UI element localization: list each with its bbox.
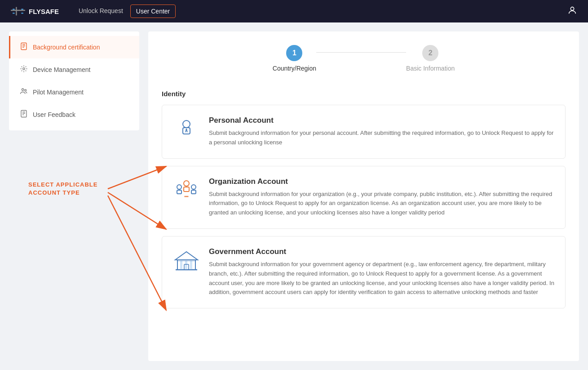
step-1: 1 Country/Region — [273, 45, 316, 72]
svg-point-13 — [25, 89, 27, 91]
org-account-info: Organization Account Submit background i… — [209, 177, 554, 218]
user-feedback-icon — [19, 110, 28, 120]
svg-marker-37 — [175, 252, 198, 260]
government-account-card[interactable]: Government Account Submit background inf… — [162, 236, 566, 308]
background-cert-icon — [19, 42, 28, 52]
org-account-desc: Submit background information for your o… — [209, 190, 554, 218]
svg-rect-0 — [11, 10, 25, 11]
svg-point-25 — [177, 185, 181, 189]
svg-point-29 — [185, 196, 186, 197]
org-account-icon-wrapper — [173, 177, 200, 202]
gov-account-desc: Submit background information for your g… — [209, 260, 554, 297]
svg-rect-34 — [185, 261, 187, 269]
identity-section-title: Identity — [162, 90, 566, 98]
main-content: 1 Country/Region 2 Basic Information Ide… — [148, 31, 579, 361]
svg-rect-35 — [190, 261, 192, 269]
step-2-circle: 2 — [422, 45, 438, 61]
step-2: 2 Basic Information — [406, 45, 455, 72]
gov-account-info: Government Account Submit background inf… — [209, 247, 554, 297]
step-2-label: Basic Information — [406, 65, 455, 72]
gov-account-icon-wrapper — [173, 247, 200, 274]
step-1-label: Country/Region — [273, 65, 316, 72]
main-nav: Unlock Request User Center — [73, 4, 567, 18]
logo-text: FLYSAFE — [29, 8, 59, 15]
svg-rect-14 — [21, 111, 27, 117]
main-header: FLYSAFE Unlock Request User Center — [0, 0, 588, 22]
sidebar-label-background-certification: Background certification — [33, 44, 100, 51]
svg-rect-24 — [184, 187, 189, 192]
svg-rect-28 — [191, 190, 196, 194]
logo: FLYSAFE — [11, 7, 59, 16]
sidebar-item-device-management[interactable]: Device Management — [9, 58, 139, 81]
pilot-management-icon — [19, 87, 28, 97]
svg-rect-7 — [21, 43, 27, 50]
svg-point-23 — [184, 181, 189, 186]
svg-rect-4 — [13, 13, 15, 13]
step-1-circle: 1 — [286, 45, 302, 61]
svg-rect-3 — [21, 9, 23, 9]
device-management-icon — [19, 65, 28, 75]
svg-rect-5 — [21, 13, 23, 13]
sidebar-item-pilot-management[interactable]: Pilot Management — [9, 81, 139, 103]
svg-point-12 — [22, 89, 24, 91]
step-connector — [316, 52, 406, 53]
svg-point-18 — [183, 120, 190, 128]
sidebar-item-user-feedback[interactable]: User Feedback — [9, 103, 139, 126]
gov-account-title: Government Account — [209, 247, 554, 256]
user-account-icon[interactable] — [567, 7, 577, 17]
svg-point-30 — [186, 196, 187, 197]
personal-account-card[interactable]: Personal Account Submit background infor… — [162, 105, 566, 159]
header-right — [567, 5, 577, 18]
svg-point-11 — [23, 68, 25, 70]
steps-container: 1 Country/Region 2 Basic Information — [162, 45, 566, 72]
svg-rect-26 — [177, 190, 181, 194]
sidebar-label-device-management: Device Management — [33, 66, 90, 73]
sidebar-label-user-feedback: User Feedback — [33, 111, 75, 118]
svg-point-31 — [187, 196, 189, 197]
nav-user-center[interactable]: User Center — [130, 4, 176, 18]
sidebar-label-pilot-management: Pilot Management — [33, 89, 84, 96]
personal-account-info: Personal Account Submit background infor… — [209, 116, 554, 147]
sidebar: Background certification Device Manageme… — [9, 31, 139, 130]
page-wrapper: Background certification Device Manageme… — [0, 22, 588, 370]
svg-point-27 — [191, 185, 196, 189]
svg-rect-2 — [13, 9, 15, 9]
org-account-title: Organization Account — [209, 177, 554, 186]
organization-account-card[interactable]: Organization Account Submit background i… — [162, 166, 566, 229]
personal-account-desc: Submit background information for your p… — [209, 129, 554, 147]
svg-rect-1 — [16, 7, 17, 15]
personal-account-icon-wrapper — [173, 116, 200, 141]
sidebar-item-background-certification[interactable]: Background certification — [9, 36, 139, 58]
svg-point-6 — [570, 7, 574, 10]
nav-unlock-request[interactable]: Unlock Request — [73, 4, 128, 18]
svg-rect-33 — [180, 261, 182, 269]
personal-account-title: Personal Account — [209, 116, 554, 125]
